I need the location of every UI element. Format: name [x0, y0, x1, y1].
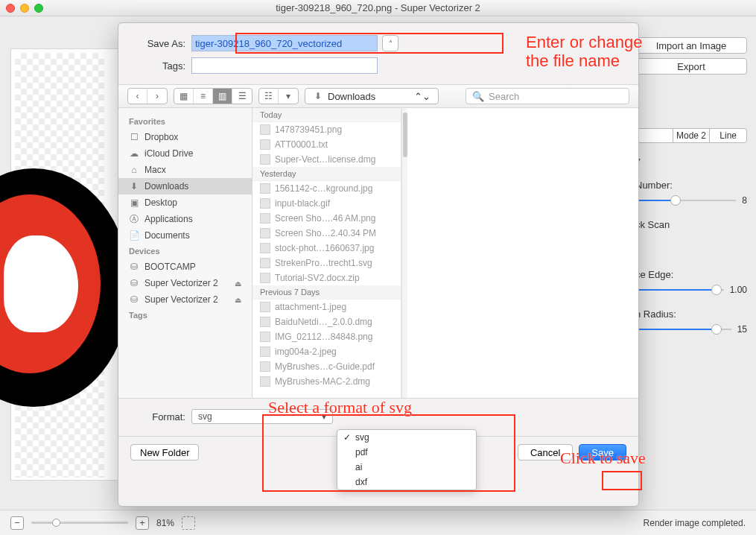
- view-columns-icon[interactable]: ▥: [213, 89, 232, 104]
- mode-tab-1[interactable]: [636, 129, 673, 142]
- export-button[interactable]: Export: [635, 58, 747, 75]
- dropbox-icon: ☐: [129, 132, 139, 142]
- disk-icon: ⛁: [129, 262, 139, 272]
- sidebar-item-icloud-drive[interactable]: ☁iCloud Drive: [118, 145, 252, 162]
- format-option-dxf[interactable]: dxf: [337, 475, 476, 490]
- scrollbar[interactable]: [401, 108, 407, 398]
- sidebar-item-super-vectorizer-2[interactable]: ⛁Super Vectorizer 2⏏: [118, 291, 252, 308]
- file-icon: [260, 302, 270, 312]
- finder-toolbar: ‹ › ▦ ≡ ▥ ☰ ☷▾ ⬇Downloads ⌃⌄ 🔍 Search: [118, 84, 638, 108]
- format-label: Format:: [133, 411, 185, 422]
- format-dropdown[interactable]: svg ▾: [191, 409, 333, 424]
- fit-screen-icon[interactable]: [182, 516, 195, 530]
- radius-value: 15: [737, 324, 747, 335]
- zoom-in-button[interactable]: +: [136, 516, 149, 530]
- file-item[interactable]: Tutorial-SV2.docx.zip: [252, 270, 401, 285]
- number-slider[interactable]: [635, 200, 736, 201]
- radius-label: n Radius:: [635, 308, 747, 320]
- file-item[interactable]: input-black.gif: [252, 196, 401, 211]
- file-item[interactable]: Super-Vect…license.dmg: [252, 152, 401, 167]
- mode-tab-2[interactable]: Mode 2: [673, 129, 711, 142]
- file-item[interactable]: 1478739451.png: [252, 122, 401, 137]
- sidebar-item-downloads[interactable]: ⬇Downloads: [118, 178, 252, 194]
- view-icons-icon[interactable]: ▦: [174, 89, 194, 104]
- file-icon: [260, 376, 270, 387]
- file-icon: [260, 332, 270, 342]
- file-item[interactable]: Screen Sho…2.40.34 PM: [252, 226, 401, 241]
- preview-pane: [407, 108, 638, 398]
- location-dropdown[interactable]: ⬇Downloads ⌃⌄: [305, 88, 439, 104]
- format-popup[interactable]: svgpdfaidxf: [337, 429, 477, 490]
- tags-label: Tags:: [133, 60, 185, 72]
- format-option-svg[interactable]: svg: [337, 430, 476, 445]
- file-icon: [260, 213, 270, 224]
- home-icon: ⌂: [129, 165, 139, 175]
- radius-slider[interactable]: [635, 329, 731, 330]
- file-section-header: Today: [252, 108, 401, 122]
- sidebar-tags-header: Tags: [118, 308, 252, 323]
- nav-forward-button[interactable]: ›: [147, 89, 167, 104]
- view-coverflow-icon[interactable]: ☰: [232, 89, 252, 104]
- file-icon: [260, 346, 270, 357]
- zoom-slider[interactable]: [31, 522, 128, 524]
- finder-sidebar: Favorites ☐Dropbox☁iCloud Drive⌂Macx⬇Dow…: [118, 108, 252, 398]
- arrange-icon[interactable]: ☷: [259, 89, 279, 104]
- file-item[interactable]: img004a-2.jpeg: [252, 344, 401, 359]
- format-option-pdf[interactable]: pdf: [337, 445, 476, 460]
- sidebar-item-bootcamp[interactable]: ⛁BOOTCAMP: [118, 259, 252, 275]
- arrange-group[interactable]: ☷▾: [258, 88, 299, 104]
- file-item[interactable]: stock-phot…1660637.jpg: [252, 241, 401, 256]
- file-item[interactable]: IMG_02112…84848.png: [252, 329, 401, 344]
- file-icon: [260, 139, 270, 150]
- status-bar: − + 81% Render image completed.: [0, 510, 756, 535]
- save-as-input[interactable]: [191, 35, 378, 51]
- file-icon: [260, 243, 270, 253]
- mode-tab-3[interactable]: Line: [710, 129, 746, 142]
- file-item[interactable]: BaiduNetdi…_2.0.0.dmg: [252, 314, 401, 329]
- edge-slider[interactable]: [635, 289, 724, 291]
- eject-icon[interactable]: ⏏: [235, 296, 241, 304]
- file-item[interactable]: ATT00001.txt: [252, 137, 401, 152]
- sidebar-item-macx[interactable]: ⌂Macx: [118, 162, 252, 178]
- render-status: Render image completed.: [644, 518, 746, 528]
- view-mode-group[interactable]: ▦ ≡ ▥ ☰: [174, 88, 252, 104]
- search-placeholder: Search: [489, 91, 519, 102]
- collapse-sheet-button[interactable]: ˄: [382, 35, 398, 51]
- sidebar-favorites-header: Favorites: [118, 114, 252, 129]
- file-item[interactable]: 1561142-c…kground.jpg: [252, 181, 401, 196]
- save-button[interactable]: Save: [579, 444, 626, 460]
- file-column[interactable]: Today1478739451.pngATT00001.txtSuper-Vec…: [252, 108, 401, 398]
- file-item[interactable]: attachment-1.jpeg: [252, 300, 401, 314]
- import-image-button[interactable]: Import an Image: [635, 37, 747, 54]
- mode-tabs[interactable]: Mode 2 Line: [635, 128, 747, 143]
- file-item[interactable]: Screen Sho….46 AM.png: [252, 211, 401, 226]
- cancel-button[interactable]: Cancel: [518, 444, 573, 460]
- sidebar-item-documents[interactable]: 📄Documents: [118, 227, 252, 244]
- sidebar-item-desktop[interactable]: ▣Desktop: [118, 194, 252, 211]
- sidebar-item-applications[interactable]: ⒶApplications: [118, 211, 252, 227]
- nav-back-button[interactable]: ‹: [128, 89, 147, 104]
- file-item[interactable]: StrekenPro…trecht1.svg: [252, 256, 401, 270]
- file-icon: [260, 154, 270, 165]
- scan-label: ck Scan: [635, 219, 747, 230]
- format-option-ai[interactable]: ai: [337, 460, 476, 475]
- zoom-out-button[interactable]: −: [10, 516, 24, 530]
- file-icon: [260, 317, 270, 327]
- file-icon: [260, 273, 270, 283]
- nav-back-forward[interactable]: ‹ ›: [127, 88, 168, 104]
- file-item[interactable]: MyBrushes…c-Guide.pdf: [252, 359, 401, 374]
- cloud-icon: ☁: [129, 148, 139, 159]
- search-input[interactable]: 🔍 Search: [466, 88, 629, 104]
- sidebar-item-super-vectorizer-2[interactable]: ⛁Super Vectorizer 2⏏: [118, 275, 252, 291]
- location-label: Downloads: [328, 91, 375, 102]
- eject-icon[interactable]: ⏏: [235, 279, 241, 288]
- view-list-icon[interactable]: ≡: [194, 89, 213, 104]
- file-item[interactable]: MyBrushes-MAC-2.dmg: [252, 374, 401, 389]
- file-icon: [260, 183, 270, 194]
- search-icon: 🔍: [472, 91, 484, 102]
- sidebar-item-dropbox[interactable]: ☐Dropbox: [118, 129, 252, 145]
- new-folder-button[interactable]: New Folder: [130, 444, 199, 460]
- file-section-header: Yesterday: [252, 167, 401, 181]
- sidebar-devices-header: Devices: [118, 244, 252, 259]
- tags-input[interactable]: [191, 57, 378, 74]
